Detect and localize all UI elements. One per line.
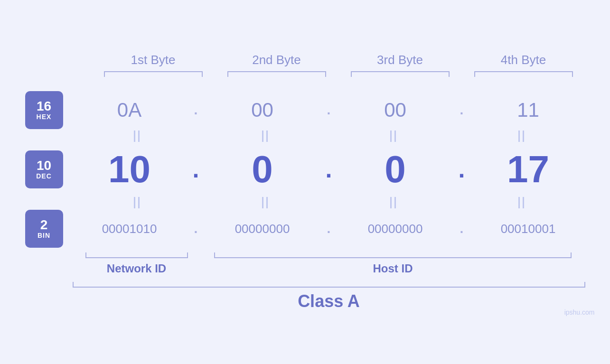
- byte-headers: 1st Byte 2nd Byte 3rd Byte 4th Byte: [92, 53, 585, 67]
- hex-badge: 16 HEX: [25, 91, 63, 129]
- hex-badge-label: HEX: [37, 113, 52, 121]
- hex-b2: 00: [234, 99, 291, 121]
- sep-cell-7: [329, 197, 457, 208]
- top-bracket-2: [215, 71, 338, 77]
- network-id-bracket-line: [85, 252, 188, 258]
- hex-bytes: 0A . 00 . 00 . 11: [73, 99, 585, 121]
- bin-b2-wrap: 00000000: [206, 222, 319, 236]
- dot-1-bin: .: [187, 221, 206, 236]
- top-bracket-line-2: [227, 71, 326, 77]
- network-id-label: Network ID: [107, 262, 166, 275]
- double-bar-6: [262, 197, 268, 208]
- top-bracket-1: [92, 71, 215, 77]
- bin-badge: 2 BIN: [25, 210, 63, 248]
- bin-b4: 00010001: [500, 222, 557, 236]
- byte4-header: 4th Byte: [462, 53, 585, 67]
- sep-cell-5: [73, 197, 201, 208]
- dec-badge: 10 DEC: [25, 150, 63, 188]
- dot-2-hex: .: [319, 103, 338, 118]
- dec-badge-label: DEC: [36, 172, 52, 180]
- hex-b3: 00: [367, 99, 424, 121]
- double-bar-1: [134, 131, 140, 142]
- host-id-bracket-line: [214, 252, 572, 258]
- double-bar-4: [518, 131, 524, 142]
- main-container: 1st Byte 2nd Byte 3rd Byte 4th Byte 16 H…: [11, 43, 600, 321]
- double-bar-3: [390, 131, 396, 142]
- top-brackets: [92, 71, 585, 77]
- hex-b1-wrap: 0A: [73, 99, 187, 121]
- hex-badge-number: 16: [37, 100, 51, 113]
- dec-b4: 17: [500, 148, 557, 191]
- dec-b4-wrap: 17: [471, 148, 585, 191]
- double-bar-2: [262, 131, 268, 142]
- network-id-bracket: Network ID: [73, 252, 201, 275]
- dot-2-dec: .: [319, 156, 338, 183]
- top-bracket-line-3: [351, 71, 450, 77]
- dec-badge-number: 10: [37, 159, 51, 172]
- class-bracket-line: [73, 282, 585, 288]
- byte2-header: 2nd Byte: [215, 53, 338, 67]
- hex-b3-wrap: 00: [338, 99, 452, 121]
- sep-cell-3: [329, 131, 457, 142]
- dec-bytes: 10 . 0 . 0 . 17: [73, 148, 585, 191]
- bin-b3-wrap: 00000000: [338, 222, 452, 236]
- top-bracket-4: [462, 71, 585, 77]
- dot-3-bin: .: [452, 221, 471, 236]
- bin-b4-wrap: 00010001: [471, 222, 585, 236]
- top-bracket-3: [338, 71, 462, 77]
- class-section: Class A: [73, 282, 585, 311]
- dec-b3: 0: [367, 148, 424, 191]
- class-label: Class A: [73, 291, 585, 311]
- bin-b1-wrap: 00001010: [73, 222, 187, 236]
- watermark: ipshu.com: [564, 308, 595, 316]
- hex-b2-wrap: 00: [206, 99, 319, 121]
- dec-b3-wrap: 0: [338, 148, 452, 191]
- bin-badge-number: 2: [40, 218, 48, 232]
- byte1-header: 1st Byte: [92, 53, 215, 67]
- hex-b4-wrap: 11: [471, 99, 585, 121]
- byte3-header: 3rd Byte: [338, 53, 462, 67]
- sep-cell-4: [457, 131, 585, 142]
- sep-hex-dec: [73, 129, 585, 143]
- dec-b2: 0: [234, 148, 291, 191]
- bottom-bracket-area: Network ID Host ID: [73, 252, 585, 275]
- double-bar-7: [390, 197, 396, 208]
- dot-3-dec: .: [452, 156, 471, 183]
- bin-b2: 00000000: [234, 222, 291, 236]
- sep-dec-bin: [73, 196, 585, 210]
- bin-b1: 00001010: [101, 222, 158, 236]
- hex-b4: 11: [500, 99, 557, 121]
- double-bar-5: [134, 197, 140, 208]
- dot-3-hex: .: [452, 103, 471, 118]
- dec-b1: 10: [101, 148, 158, 191]
- host-id-label: Host ID: [373, 262, 413, 275]
- hex-b1: 0A: [101, 99, 158, 121]
- dec-b1-wrap: 10: [73, 148, 187, 191]
- dot-1-dec: .: [187, 156, 206, 183]
- sep-cell-2: [201, 131, 329, 142]
- bin-row: 2 BIN 00001010 . 00000000 . 00000000 . 0…: [25, 210, 585, 248]
- dec-b2-wrap: 0: [206, 148, 319, 191]
- dot-2-bin: .: [319, 221, 338, 236]
- bin-b3: 00000000: [367, 222, 424, 236]
- double-bar-8: [518, 197, 524, 208]
- sep-cell-6: [201, 197, 329, 208]
- host-id-bracket: Host ID: [201, 252, 585, 275]
- sep-cell-1: [73, 131, 201, 142]
- sep-cell-8: [457, 197, 585, 208]
- dec-row: 10 DEC 10 . 0 . 0 . 17: [25, 143, 585, 196]
- top-bracket-line-1: [104, 71, 203, 77]
- dot-1-hex: .: [187, 103, 206, 118]
- bin-bytes: 00001010 . 00000000 . 00000000 . 0001000…: [73, 221, 585, 236]
- top-bracket-line-4: [474, 71, 573, 77]
- bin-badge-label: BIN: [38, 232, 50, 239]
- hex-row: 16 HEX 0A . 00 . 00 . 11: [25, 91, 585, 129]
